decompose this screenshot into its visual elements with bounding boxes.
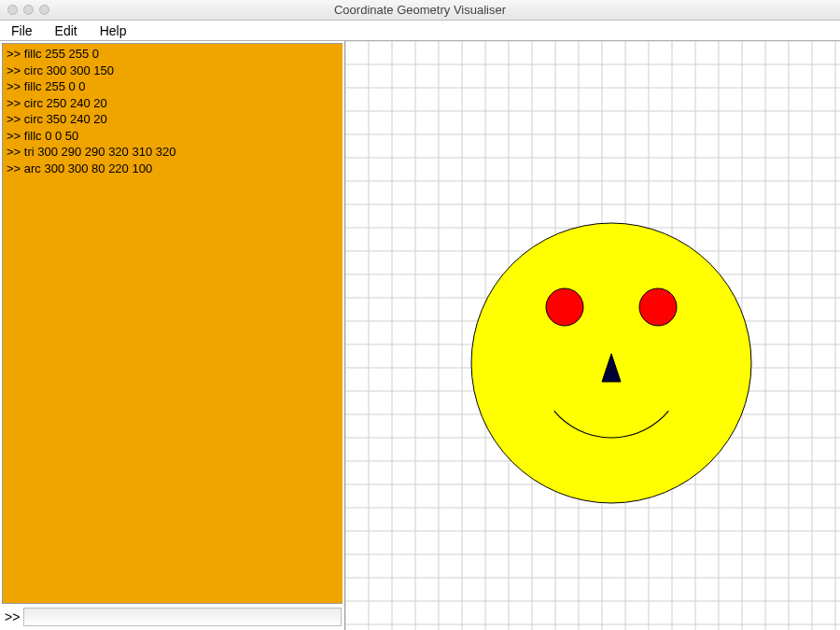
titlebar: Coordinate Geometry Visualiser bbox=[0, 0, 840, 21]
drawing-canvas[interactable] bbox=[345, 41, 840, 630]
minimize-icon[interactable] bbox=[23, 5, 34, 15]
menu-file[interactable]: File bbox=[0, 21, 44, 40]
menu-help[interactable]: Help bbox=[89, 21, 138, 40]
zoom-icon[interactable] bbox=[39, 5, 49, 15]
menu-edit[interactable]: Edit bbox=[44, 21, 89, 40]
command-input[interactable] bbox=[23, 608, 342, 626]
svg-point-50 bbox=[546, 288, 583, 326]
svg-point-51 bbox=[639, 288, 677, 326]
window-controls bbox=[7, 5, 49, 15]
prompt-label: >> bbox=[3, 609, 20, 624]
console-panel: >> fillc 255 255 0 >> circ 300 300 150 >… bbox=[0, 41, 345, 630]
window-title: Coordinate Geometry Visualiser bbox=[0, 3, 840, 17]
menubar: File Edit Help bbox=[0, 21, 840, 41]
close-icon[interactable] bbox=[7, 5, 18, 15]
canvas-svg bbox=[345, 41, 840, 630]
command-input-row: >> bbox=[0, 604, 344, 630]
command-history[interactable]: >> fillc 255 255 0 >> circ 300 300 150 >… bbox=[2, 43, 343, 604]
